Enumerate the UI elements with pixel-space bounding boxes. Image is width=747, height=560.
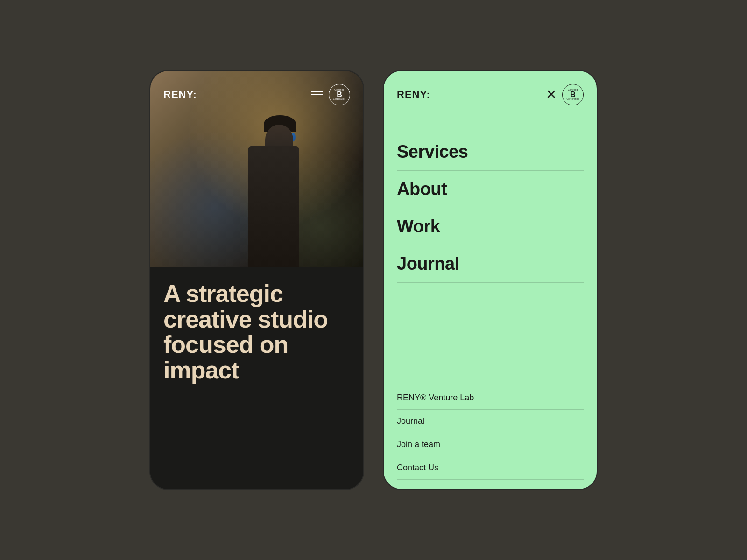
person-body	[248, 146, 299, 267]
hamburger-line-1	[311, 91, 323, 92]
nav-label-contact: Contact Us	[397, 463, 438, 472]
right-header: RENY: ✕ Certified B Corporation	[384, 71, 597, 105]
nav-label-journal: Journal	[397, 254, 459, 273]
person-silhouette	[232, 104, 316, 267]
nav-label-services: Services	[397, 142, 468, 161]
secondary-nav: RENY® Venture Lab Journal Join a team Co…	[397, 386, 584, 480]
bcorp-b-left: B	[337, 91, 342, 98]
bcorp-corp-right: Corporation	[567, 98, 579, 101]
tagline-line4: impact	[163, 357, 239, 384]
nav-item-journal[interactable]: Journal	[397, 245, 584, 283]
nav-label-work: Work	[397, 217, 440, 236]
nav-item-venture-lab[interactable]: RENY® Venture Lab	[397, 386, 584, 410]
nav-item-about[interactable]: About	[397, 171, 584, 208]
tagline-line2: creative studio	[163, 306, 328, 333]
bcorp-badge-left: Certified B Corporation	[329, 84, 350, 105]
nav-item-work[interactable]: Work	[397, 208, 584, 245]
hamburger-line-3	[311, 98, 323, 98]
nav-label-join-team: Join a team	[397, 440, 440, 449]
nav-label-journal-small: Journal	[397, 416, 424, 426]
nav-item-services[interactable]: Services	[397, 133, 584, 171]
left-header-right: Certified B Corporation	[311, 84, 350, 105]
phone-left: RENY: Certified B Corporation A strategi…	[149, 70, 364, 490]
hero-bottom: A strategic creative studio focused on i…	[150, 267, 363, 489]
tagline-line1: A strategic	[163, 280, 283, 307]
tagline-line3: focused on	[163, 331, 288, 358]
close-button[interactable]: ✕	[546, 88, 557, 101]
left-logo: RENY:	[163, 89, 197, 101]
bcorp-badge-right: Certified B Corporation	[562, 84, 584, 105]
left-header: RENY: Certified B Corporation	[150, 71, 363, 105]
right-logo: RENY:	[397, 89, 430, 101]
hamburger-line-2	[311, 94, 323, 95]
hamburger-button[interactable]	[311, 91, 323, 98]
phone-right: RENY: ✕ Certified B Corporation Services…	[383, 70, 598, 490]
right-header-right: ✕ Certified B Corporation	[546, 84, 584, 105]
nav-item-contact[interactable]: Contact Us	[397, 456, 584, 480]
nav-label-venture-lab: RENY® Venture Lab	[397, 393, 474, 402]
tagline: A strategic creative studio focused on i…	[163, 281, 350, 383]
bcorp-b-right: B	[570, 91, 576, 98]
bcorp-corp-left: Corporation	[333, 98, 346, 101]
nav-label-about: About	[397, 179, 447, 199]
nav-item-join-team[interactable]: Join a team	[397, 433, 584, 456]
nav-item-journal-small[interactable]: Journal	[397, 410, 584, 433]
menu-content: Services About Work Journal RENY® Ventur…	[384, 105, 597, 489]
main-nav: Services About Work Journal	[397, 133, 584, 283]
